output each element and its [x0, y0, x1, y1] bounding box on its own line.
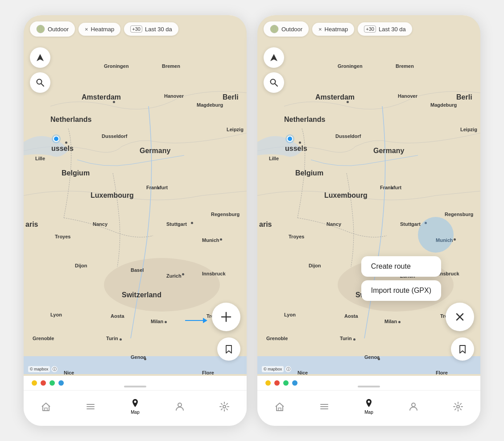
dot-frankfurt: [157, 187, 160, 189]
left-nav-list[interactable]: [79, 401, 102, 412]
right-period-pill[interactable]: +30 Last 30 da: [358, 22, 412, 36]
r-dot-yellow: [265, 380, 271, 386]
left-location-button[interactable]: [30, 47, 50, 68]
left-phone: Groningen Bremen Amsterdam Hanover Magde…: [24, 15, 247, 426]
dot-milan: [165, 321, 167, 323]
left-outdoor-pill[interactable]: Outdoor: [30, 21, 75, 37]
r-home-icon: [274, 401, 285, 412]
svg-point-29: [368, 401, 370, 403]
left-nav-profile[interactable]: [169, 401, 191, 412]
r-globe-icon: [270, 25, 279, 33]
left-period-pill[interactable]: +30 Last 30 da: [124, 22, 178, 36]
dot-green: [50, 380, 55, 386]
context-menu: Create route Import route (GPX): [361, 256, 441, 301]
dot-zurich: [182, 273, 184, 275]
left-heatmap-pill[interactable]: × Heatmap: [78, 23, 120, 36]
r-heatmap-close-icon[interactable]: ×: [318, 26, 322, 33]
dot-genoa: [144, 358, 146, 360]
r-dot-brussels: [299, 141, 301, 144]
import-route-button[interactable]: Import route (GPX): [361, 280, 441, 301]
right-nav-home[interactable]: [269, 401, 291, 412]
r-profile-icon: [408, 401, 419, 412]
right-heatmap-pill[interactable]: × Heatmap: [312, 23, 354, 36]
r-settings-icon: [453, 401, 463, 412]
right-bottom-nav: Map: [257, 390, 480, 426]
r-map-pin-icon-active: [364, 398, 374, 409]
period-icon: +30: [130, 25, 142, 33]
dot-red: [41, 380, 46, 386]
left-nav-map-label: Map: [131, 410, 139, 415]
svg-point-14: [178, 403, 182, 407]
bookmark-icon: [224, 344, 234, 354]
svg-line-6: [41, 83, 44, 86]
location-arrow-icon: [35, 53, 45, 62]
location-dot-right: [287, 136, 293, 142]
left-bottom-nav: Map: [24, 390, 247, 426]
left-dots-row: [24, 376, 247, 390]
right-nav-map[interactable]: Map: [358, 398, 380, 415]
r-dot-turin: [353, 338, 355, 341]
r-dot-green: [283, 380, 289, 386]
svg-marker-20: [270, 54, 277, 61]
left-map: Groningen Bremen Amsterdam Hanover Magde…: [24, 15, 247, 376]
right-location-button[interactable]: [264, 47, 284, 68]
list-icon: [85, 401, 96, 412]
profile-icon: [174, 401, 185, 412]
r-mapbox-info-icon[interactable]: ⓘ: [285, 366, 291, 372]
svg-point-30: [412, 403, 415, 407]
close-icon: [454, 311, 466, 323]
dot-turin: [120, 338, 122, 341]
dot-munich: [220, 238, 222, 241]
r-period-label: Last 30 da: [379, 26, 406, 33]
right-search-button[interactable]: [264, 72, 284, 93]
left-map-top-bar: Outdoor × Heatmap +30 Last 30 da: [30, 21, 240, 37]
left-fab-plus[interactable]: [212, 303, 240, 331]
right-map-top-bar: Outdoor × Heatmap +30 Last 30 da: [264, 21, 474, 37]
r-list-icon: [319, 401, 330, 412]
period-label: Last 30 da: [145, 26, 172, 33]
blue-ripple: [418, 217, 454, 253]
svg-point-31: [457, 405, 459, 408]
left-mapbox-watermark: © mapbox ⓘ: [28, 366, 58, 372]
dot-brussels: [65, 141, 67, 144]
location-dot-left: [53, 136, 59, 142]
right-nav-profile[interactable]: [402, 401, 425, 412]
heatmap-close-icon[interactable]: ×: [85, 26, 88, 33]
svg-line-22: [275, 83, 277, 86]
r-outdoor-label: Outdoor: [281, 26, 302, 33]
mapbox-info-icon[interactable]: ⓘ: [51, 366, 58, 372]
left-nav-home[interactable]: [35, 401, 57, 412]
svg-point-15: [223, 405, 226, 408]
right-fab-close[interactable]: [446, 303, 474, 331]
settings-icon: [219, 401, 230, 412]
right-dots-row: [257, 376, 480, 390]
r-dot-milan: [398, 321, 401, 323]
scroll-indicator-right: [358, 386, 380, 387]
svg-marker-4: [37, 54, 44, 61]
arrow-head: [203, 318, 207, 323]
r-dot-amsterdam: [347, 101, 349, 103]
dot-yellow: [32, 380, 37, 386]
plus-icon: [219, 310, 233, 324]
svg-point-1: [104, 258, 220, 312]
scroll-indicator-left: [124, 386, 146, 387]
left-arrow-hint: [185, 318, 207, 323]
globe-icon: [36, 25, 45, 33]
left-nav-map[interactable]: Map: [124, 398, 146, 415]
r-dot-blue: [292, 380, 297, 386]
left-nav-settings[interactable]: [213, 401, 235, 412]
right-mapbox-watermark: © mapbox ⓘ: [262, 366, 291, 372]
right-phone: Groningen Bremen Amsterdam Hanover Magde…: [257, 15, 480, 426]
dot-stuttgart: [191, 222, 193, 224]
left-bookmark-button[interactable]: [217, 337, 240, 361]
left-search-button[interactable]: [30, 72, 50, 93]
r-heatmap-label: Heatmap: [325, 26, 348, 33]
right-nav-list[interactable]: [313, 401, 335, 412]
right-nav-settings[interactable]: [447, 401, 469, 412]
dot-amsterdam: [113, 101, 115, 103]
right-outdoor-pill[interactable]: Outdoor: [264, 21, 309, 37]
r-dot-red: [274, 380, 280, 386]
right-bookmark-button[interactable]: [451, 337, 474, 361]
dot-blue: [58, 380, 64, 386]
create-route-button[interactable]: Create route: [361, 256, 441, 277]
